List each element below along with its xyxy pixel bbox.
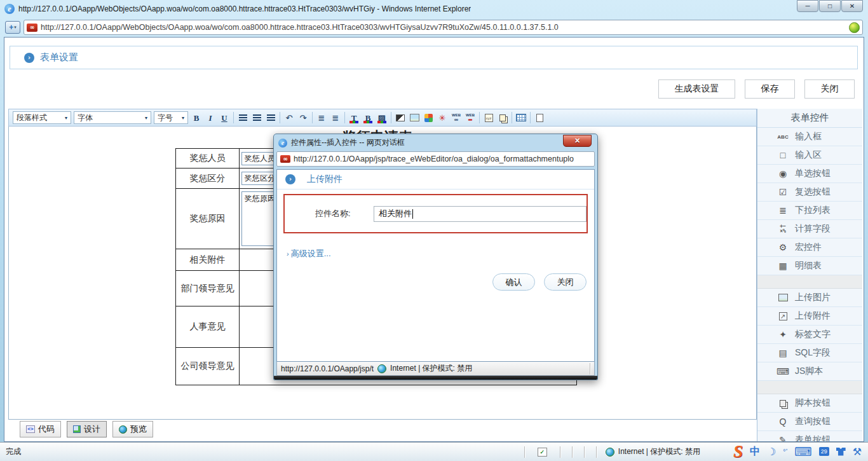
moon-icon[interactable]: ☽ <box>767 446 776 458</box>
dialog-url-text: http://127.0.0.1/OAapp/jsp/trace_eWebEdi… <box>294 155 574 163</box>
italic-button[interactable]: I <box>204 111 217 124</box>
go-icon[interactable] <box>849 22 860 33</box>
sidebar-item-radio[interactable]: ◉单选按钮 <box>757 165 862 183</box>
tab-design[interactable]: 设计 <box>67 421 107 437</box>
confirm-button[interactable]: 确认 <box>492 273 535 291</box>
dialog-title: 控件属性--插入控件 -- 网页对话框 <box>291 137 405 148</box>
chevron-right-icon: › <box>287 250 289 258</box>
dialog-status-bar: http://127.0.0.1/OAapp/jsp/t Internet | … <box>276 362 595 376</box>
windows-media-icon[interactable] <box>422 111 435 124</box>
punctuation-icon[interactable]: °’ <box>783 448 787 455</box>
dialog-bottom-edge <box>274 376 597 380</box>
sidebar-item-macro[interactable]: ⚙宏控件 <box>757 238 862 257</box>
site-favicon: ∞ <box>27 24 37 32</box>
dialog-close-button[interactable]: 关闭 <box>544 273 587 291</box>
abc-input-icon: ABC <box>776 134 789 140</box>
upload-image-icon <box>776 294 789 301</box>
advanced-settings-link[interactable]: ›高级设置... <box>287 248 594 259</box>
save-button[interactable]: 保存 <box>745 79 795 99</box>
tab-code[interactable]: <> 代码 <box>20 421 61 437</box>
address-bar: +▾ ∞ http://127.0.0.1/OAapp/WebObjects/O… <box>0 18 868 37</box>
fill-color-icon[interactable]: ▨ <box>376 111 388 124</box>
new-document-icon[interactable] <box>533 111 546 124</box>
textarea-icon: □ <box>776 150 789 160</box>
dialog-status-zone: Internet | 保护模式: 禁用 <box>390 363 472 374</box>
sidebar-separator <box>757 381 862 394</box>
dialog-buttons: 确认 关闭 <box>277 273 594 291</box>
horizontal-rule-icon[interactable] <box>394 111 407 124</box>
align-left-icon[interactable] <box>236 111 249 124</box>
globe-icon <box>119 425 127 434</box>
url-box[interactable]: ∞ http://127.0.0.1/OAapp/WebObjects/OAap… <box>24 20 863 35</box>
close-page-button[interactable]: 关闭 <box>804 79 855 99</box>
insert-image-icon[interactable] <box>408 111 421 124</box>
undo-icon[interactable]: ↶ <box>283 111 295 124</box>
sidebar-item-calc-field[interactable]: +−×%计算字段 <box>757 220 862 238</box>
web-link-icon[interactable]: WEB∞ <box>450 111 463 124</box>
special-text-icon[interactable]: xyz <box>482 111 495 124</box>
skin-shirt-icon[interactable] <box>836 448 846 456</box>
ime-language-toggle[interactable]: 中 <box>750 445 760 458</box>
sidebar-item-checkbox[interactable]: ☑复选按钮 <box>757 183 862 202</box>
remove-link-icon[interactable]: WEB∞ <box>464 111 477 124</box>
grid-icon: ▦ <box>776 261 789 271</box>
dialog-body: › 上传附件 控件名称: 相关附件 ›高级设置... 确认 关闭 <box>276 169 595 362</box>
arrow-bullet-icon: › <box>24 53 34 63</box>
radio-icon: ◉ <box>776 169 789 179</box>
dialog-address-bar: ∞ http://127.0.0.1/OAapp/jsp/trace_eWebE… <box>276 151 595 167</box>
sidebar-item-query-button[interactable]: Q查询按钮 <box>757 413 862 431</box>
underline-button[interactable]: U <box>218 111 231 124</box>
sidebar-item-input-box[interactable]: ABC输入框 <box>757 128 862 146</box>
sidebar-item-script-button[interactable]: 脚本按钮 <box>757 394 862 413</box>
text-color-icon[interactable]: T <box>348 111 360 124</box>
generate-table-settings-button[interactable]: 生成表设置 <box>658 79 735 99</box>
form-controls-sidebar: 表单控件 ABC输入框 □输入区 ◉单选按钮 ☑复选按钮 ≣下拉列表 +−×%计… <box>757 109 862 441</box>
wrench-icon[interactable]: ⚒ <box>853 446 862 458</box>
bullet-list-icon[interactable]: ≣ <box>329 111 342 124</box>
background-color-icon[interactable]: B <box>362 111 374 124</box>
keyboard-icon[interactable]: ⌨ <box>794 444 811 459</box>
sidebar-item-js-script[interactable]: ⌨JS脚本 <box>757 362 862 381</box>
sidebar-item-upload-attachment[interactable]: ↗上传附件 <box>757 307 862 326</box>
font-size-select[interactable]: 字号▾ <box>154 111 188 124</box>
flash-insert-icon[interactable]: ✳ <box>436 111 449 124</box>
sidebar-item-upload-image[interactable]: 上传图片 <box>757 289 862 307</box>
title-bar: e http://127.0.0.1/OAapp/WebObjects/OAap… <box>0 0 868 18</box>
sidebar-item-label-text[interactable]: ✦标签文字 <box>757 326 862 344</box>
sidebar-item-input-area[interactable]: □输入区 <box>757 146 862 165</box>
align-center-icon[interactable] <box>250 111 263 124</box>
close-button[interactable]: ✕ <box>841 0 863 12</box>
dialog-close-icon[interactable]: ✕ <box>563 135 592 147</box>
control-name-input[interactable]: 相关附件 <box>374 206 587 222</box>
compatibility-shield-icon[interactable]: +▾ <box>5 21 20 34</box>
text-caret <box>412 209 413 219</box>
paragraph-style-select[interactable]: 段落样式▾ <box>13 111 71 124</box>
sidebar-item-dropdown[interactable]: ≣下拉列表 <box>757 202 862 220</box>
sidebar-item-sql-field[interactable]: ▤SQL字段 <box>757 344 862 362</box>
redo-icon[interactable]: ↷ <box>297 111 309 124</box>
sidebar-item-detail-table[interactable]: ▦明细表 <box>757 257 862 275</box>
sidebar-separator <box>757 275 862 289</box>
ie-icon: e <box>278 139 287 148</box>
sogou-logo-icon[interactable]: S <box>733 443 743 460</box>
search-icon: Q <box>776 416 789 427</box>
page-title: 表单设置 <box>40 52 78 64</box>
sidebar-item-form-button[interactable]: ✎表单按钮 <box>757 431 862 441</box>
font-family-select[interactable]: 字体▾ <box>74 111 151 124</box>
insert-table-icon[interactable] <box>515 111 527 124</box>
align-right-icon[interactable] <box>264 111 277 124</box>
paste-copy-icon[interactable] <box>496 111 509 124</box>
highlighted-field-group: 控件名称: 相关附件 <box>283 194 588 233</box>
ime-counter-badge[interactable]: 29 <box>819 447 829 456</box>
dialog-section-title: 上传附件 <box>307 174 342 185</box>
editor-view-tabs: <> 代码 设计 预览 <box>8 420 757 439</box>
tab-preview[interactable]: 预览 <box>112 421 153 437</box>
control-name-label: 控件名称: <box>315 208 374 219</box>
bold-button[interactable]: B <box>190 111 203 124</box>
url-text[interactable]: http://127.0.0.1/OAapp/WebObjects/OAapp.… <box>41 23 849 32</box>
maximize-button[interactable]: □ <box>819 0 841 12</box>
minimize-button[interactable]: ─ <box>797 0 818 12</box>
copy-icon <box>776 400 789 407</box>
dropdown-list-icon: ≣ <box>776 205 789 216</box>
ordered-list-icon[interactable]: ≣ <box>315 111 328 124</box>
